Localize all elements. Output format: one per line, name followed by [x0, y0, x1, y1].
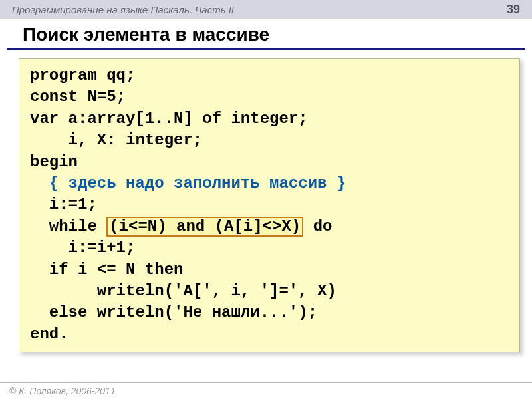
- code-line-part: while: [30, 217, 106, 235]
- page-number: 39: [507, 3, 520, 17]
- code-line: writeln('A[', i, ']=', X): [30, 282, 336, 300]
- code-line: program qq;: [30, 66, 135, 84]
- code-line: end.: [30, 325, 68, 343]
- code-block: program qq; const N=5; var a:array[1..N]…: [19, 58, 520, 352]
- copyright: © К. Поляков, 2006-2011: [9, 386, 116, 396]
- slide-title: Поиск элемента в массиве: [7, 19, 525, 50]
- code-line: if i <= N then: [30, 261, 183, 279]
- course-title: Программирование на языке Паскаль. Часть…: [12, 4, 234, 15]
- code-comment: { здесь надо заполнить массив }: [30, 174, 346, 192]
- header-bar: Программирование на языке Паскаль. Часть…: [0, 0, 532, 19]
- code-line: const N=5;: [30, 88, 126, 106]
- code-line: i:=i+1;: [30, 239, 135, 257]
- code-line: var a:array[1..N] of integer;: [30, 110, 308, 128]
- footer: © К. Поляков, 2006-2011: [0, 382, 532, 399]
- code-line: else writeln('Не нашли...');: [30, 303, 317, 321]
- code-line: begin: [30, 153, 78, 171]
- code-line: i, X: integer;: [30, 131, 202, 149]
- highlight-box: (i<=N) and (A[i]<>X): [106, 217, 303, 237]
- code-line-part: do: [303, 217, 332, 235]
- code-line: i:=1;: [30, 196, 97, 213]
